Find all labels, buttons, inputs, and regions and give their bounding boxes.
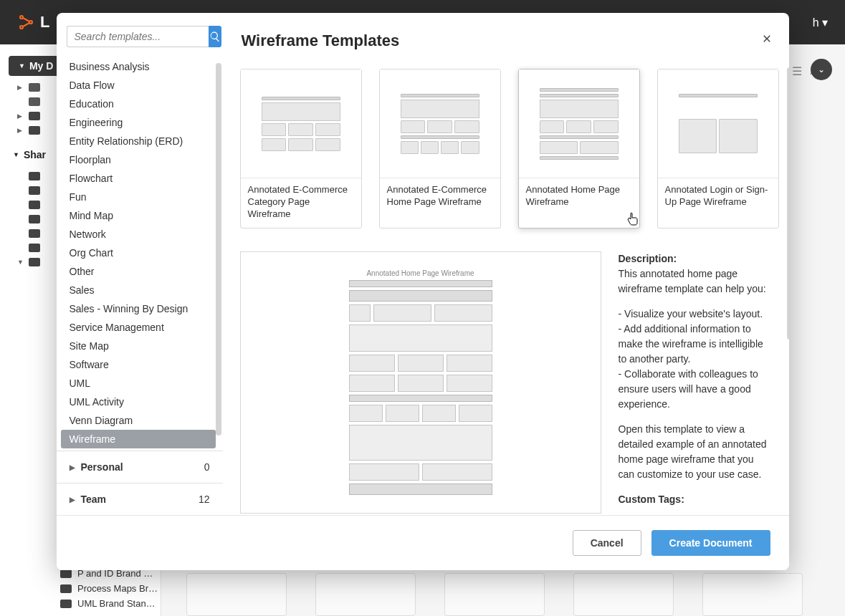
template-thumbnail [519,69,639,178]
cancel-button[interactable]: Cancel [573,530,641,556]
category-item[interactable]: Engineering [57,113,223,132]
template-modal: Business AnalysisData FlowEducationEngin… [57,13,789,570]
category-item[interactable]: Floorplan [57,150,223,169]
search-button[interactable] [209,26,221,47]
template-preview: Annotated Home Page Wireframe [240,251,601,514]
section-label: Personal [81,461,123,473]
template-name: Annotated Login or Sign-Up Page Wirefram… [658,178,778,216]
template-thumbnail [658,69,778,178]
section-count: 12 [199,494,210,505]
create-document-button[interactable]: Create Document [651,530,770,556]
template-description: Description:This annotated home page wir… [619,251,779,514]
category-item[interactable]: Network [57,225,223,244]
category-item[interactable]: Wireframe [61,430,216,448]
description-intro: This annotated home page wireframe templ… [619,268,766,294]
category-item[interactable]: Business Analysis [57,57,223,76]
category-item[interactable]: Venn Diagram [57,411,223,430]
category-item[interactable]: UML [57,374,223,393]
category-item[interactable]: Software [57,355,223,374]
category-item[interactable]: iOS [57,448,223,451]
category-list: Business AnalysisData FlowEducationEngin… [57,57,223,451]
scrollbar[interactable] [787,67,789,340]
modal-title: Wireframe Templates [242,32,400,50]
category-item[interactable]: Site Map [57,337,223,355]
category-item[interactable]: Org Chart [57,244,223,262]
template-card[interactable]: Annotated Home Page Wireframe [518,69,640,228]
category-item[interactable]: Data Flow [57,76,223,95]
modal-overlay: Business AnalysisData FlowEducationEngin… [0,0,845,616]
close-icon [760,33,773,46]
section-team[interactable]: ▶ Team 12 [57,483,223,515]
close-button[interactable] [758,29,776,53]
category-item[interactable]: Education [57,95,223,113]
custom-tags-label: Custom Tags: [619,494,684,505]
category-item[interactable]: Sales [57,281,223,299]
template-name: Annotated E-Commerce Category Page Wiref… [241,178,361,228]
category-item[interactable]: Other [57,262,223,281]
template-card[interactable]: Annotated Login or Sign-Up Page Wirefram… [657,69,779,228]
scrollbar[interactable] [216,63,221,435]
section-count: 0 [204,461,210,473]
category-item[interactable]: Service Management [57,318,223,337]
modal-right-panel: Wireframe Templates Annotated E-Commerce… [223,13,789,515]
description-label: Description: [619,253,677,264]
search-icon [209,31,221,42]
wireframe-preview [349,280,492,495]
template-card[interactable]: Annotated E-Commerce Home Page Wireframe [379,69,501,228]
category-item[interactable]: Mind Map [57,206,223,225]
template-name: Annotated E-Commerce Home Page Wireframe [380,178,500,216]
section-label: Team [81,494,107,505]
category-item[interactable]: Fun [57,188,223,206]
section-personal[interactable]: ▶ Personal 0 [57,451,223,483]
template-card[interactable]: Annotated E-Commerce Category Page Wiref… [240,69,362,228]
modal-left-panel: Business AnalysisData FlowEducationEngin… [57,13,223,515]
category-item[interactable]: Entity Relationship (ERD) [57,132,223,150]
category-item[interactable]: Sales - Winning By Design [57,299,223,318]
category-item[interactable]: UML Activity [57,393,223,411]
template-thumbnail [241,69,361,178]
description-outro: Open this template to view a detailed ex… [619,422,772,482]
preview-caption: Annotated Home Page Wireframe [349,269,492,277]
template-name: Annotated Home Page Wireframe [519,178,639,216]
modal-footer: Cancel Create Document [57,515,789,570]
template-thumbnail [380,69,500,178]
category-item[interactable]: Flowchart [57,169,223,188]
description-bullets: - Visualize your website's layout. - Add… [619,307,772,412]
search-input[interactable] [67,26,209,47]
